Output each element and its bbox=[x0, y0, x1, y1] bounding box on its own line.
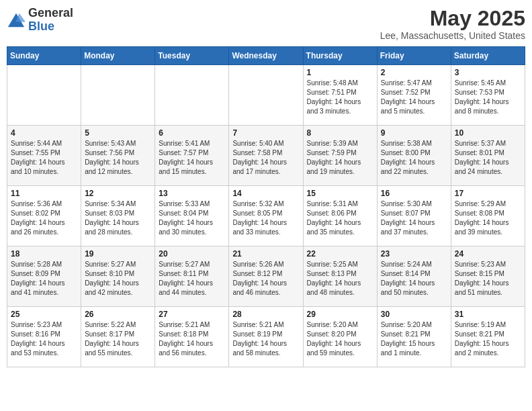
calendar-cell: 26Sunrise: 5:22 AMSunset: 8:17 PMDayligh… bbox=[81, 307, 155, 367]
cell-info: Sunrise: 5:24 AMSunset: 8:14 PMDaylight:… bbox=[381, 260, 447, 298]
calendar-cell: 21Sunrise: 5:26 AMSunset: 8:12 PMDayligh… bbox=[229, 246, 303, 307]
calendar-cell: 12Sunrise: 5:34 AMSunset: 8:03 PMDayligh… bbox=[81, 186, 155, 246]
cell-info: Sunrise: 5:33 AMSunset: 8:04 PMDaylight:… bbox=[159, 199, 225, 237]
day-header-sunday: Sunday bbox=[7, 47, 81, 65]
cell-info: Sunrise: 5:23 AMSunset: 8:16 PMDaylight:… bbox=[11, 320, 77, 358]
day-header-tuesday: Tuesday bbox=[155, 47, 229, 65]
calendar-cell: 23Sunrise: 5:24 AMSunset: 8:14 PMDayligh… bbox=[377, 246, 451, 307]
month-title: May 2025 bbox=[380, 7, 525, 30]
calendar-cell bbox=[7, 65, 81, 126]
cell-info: Sunrise: 5:44 AMSunset: 7:55 PMDaylight:… bbox=[11, 139, 77, 177]
cell-info: Sunrise: 5:23 AMSunset: 8:15 PMDaylight:… bbox=[455, 260, 521, 298]
cell-info: Sunrise: 5:28 AMSunset: 8:09 PMDaylight:… bbox=[11, 260, 77, 298]
calendar-cell: 4Sunrise: 5:44 AMSunset: 7:55 PMDaylight… bbox=[7, 126, 81, 186]
calendar-cell bbox=[155, 65, 229, 126]
logo-icon bbox=[7, 11, 26, 30]
calendar-cell: 11Sunrise: 5:36 AMSunset: 8:02 PMDayligh… bbox=[7, 186, 81, 246]
week-row-2: 4Sunrise: 5:44 AMSunset: 7:55 PMDaylight… bbox=[7, 126, 525, 186]
cell-info: Sunrise: 5:34 AMSunset: 8:03 PMDaylight:… bbox=[85, 199, 151, 237]
cell-day-number: 28 bbox=[232, 310, 299, 319]
cell-info: Sunrise: 5:47 AMSunset: 7:52 PMDaylight:… bbox=[381, 79, 447, 116]
day-header-monday: Monday bbox=[81, 47, 155, 65]
cell-day-number: 13 bbox=[159, 189, 225, 198]
calendar-cell: 10Sunrise: 5:37 AMSunset: 8:01 PMDayligh… bbox=[451, 126, 525, 186]
cell-info: Sunrise: 5:36 AMSunset: 8:02 PMDaylight:… bbox=[11, 199, 77, 237]
cell-info: Sunrise: 5:32 AMSunset: 8:05 PMDaylight:… bbox=[232, 199, 299, 237]
cell-info: Sunrise: 5:27 AMSunset: 8:11 PMDaylight:… bbox=[159, 260, 225, 298]
cell-day-number: 9 bbox=[381, 128, 447, 138]
cell-day-number: 25 bbox=[11, 310, 77, 319]
title-block: May 2025 Lee, Massachusetts, United Stat… bbox=[380, 7, 525, 41]
calendar-cell: 31Sunrise: 5:19 AMSunset: 8:21 PMDayligh… bbox=[451, 307, 525, 367]
week-row-5: 25Sunrise: 5:23 AMSunset: 8:16 PMDayligh… bbox=[7, 307, 525, 367]
cell-info: Sunrise: 5:31 AMSunset: 8:06 PMDaylight:… bbox=[307, 199, 373, 237]
cell-day-number: 5 bbox=[85, 128, 151, 138]
cell-day-number: 29 bbox=[307, 310, 373, 319]
week-row-4: 18Sunrise: 5:28 AMSunset: 8:09 PMDayligh… bbox=[7, 246, 525, 307]
calendar-cell: 20Sunrise: 5:27 AMSunset: 8:11 PMDayligh… bbox=[155, 246, 229, 307]
calendar-cell: 6Sunrise: 5:41 AMSunset: 7:57 PMDaylight… bbox=[155, 126, 229, 186]
cell-info: Sunrise: 5:27 AMSunset: 8:10 PMDaylight:… bbox=[85, 260, 151, 298]
cell-info: Sunrise: 5:25 AMSunset: 8:13 PMDaylight:… bbox=[307, 260, 373, 298]
cell-day-number: 4 bbox=[11, 128, 77, 138]
calendar-cell: 8Sunrise: 5:39 AMSunset: 7:59 PMDaylight… bbox=[303, 126, 377, 186]
calendar-cell: 3Sunrise: 5:45 AMSunset: 7:53 PMDaylight… bbox=[451, 65, 525, 126]
week-row-1: 1Sunrise: 5:48 AMSunset: 7:51 PMDaylight… bbox=[7, 65, 525, 126]
cell-info: Sunrise: 5:37 AMSunset: 8:01 PMDaylight:… bbox=[455, 139, 521, 177]
calendar-cell bbox=[81, 65, 155, 126]
calendar-cell: 16Sunrise: 5:30 AMSunset: 8:07 PMDayligh… bbox=[377, 186, 451, 246]
calendar-cell: 7Sunrise: 5:40 AMSunset: 7:58 PMDaylight… bbox=[229, 126, 303, 186]
calendar-cell: 27Sunrise: 5:21 AMSunset: 8:18 PMDayligh… bbox=[155, 307, 229, 367]
day-header-saturday: Saturday bbox=[451, 47, 525, 65]
calendar-cell: 18Sunrise: 5:28 AMSunset: 8:09 PMDayligh… bbox=[7, 246, 81, 307]
cell-day-number: 19 bbox=[85, 249, 151, 259]
cell-day-number: 15 bbox=[307, 189, 373, 198]
calendar-cell: 17Sunrise: 5:29 AMSunset: 8:08 PMDayligh… bbox=[451, 186, 525, 246]
calendar-cell: 22Sunrise: 5:25 AMSunset: 8:13 PMDayligh… bbox=[303, 246, 377, 307]
cell-day-number: 24 bbox=[455, 249, 521, 259]
cell-day-number: 22 bbox=[307, 249, 373, 259]
cell-day-number: 27 bbox=[159, 310, 225, 319]
calendar-cell: 29Sunrise: 5:20 AMSunset: 8:20 PMDayligh… bbox=[303, 307, 377, 367]
cell-info: Sunrise: 5:38 AMSunset: 8:00 PMDaylight:… bbox=[381, 139, 447, 177]
cell-day-number: 12 bbox=[85, 189, 151, 198]
cell-info: Sunrise: 5:40 AMSunset: 7:58 PMDaylight:… bbox=[232, 139, 299, 177]
calendar-cell: 19Sunrise: 5:27 AMSunset: 8:10 PMDayligh… bbox=[81, 246, 155, 307]
calendar-table: SundayMondayTuesdayWednesdayThursdayFrid… bbox=[7, 46, 525, 367]
page-header: General Blue May 2025 Lee, Massachusetts… bbox=[7, 7, 525, 41]
calendar-cell: 9Sunrise: 5:38 AMSunset: 8:00 PMDaylight… bbox=[377, 126, 451, 186]
cell-info: Sunrise: 5:43 AMSunset: 7:56 PMDaylight:… bbox=[85, 139, 151, 177]
cell-day-number: 11 bbox=[11, 189, 77, 198]
cell-day-number: 20 bbox=[159, 249, 225, 259]
calendar-cell: 14Sunrise: 5:32 AMSunset: 8:05 PMDayligh… bbox=[229, 186, 303, 246]
calendar-cell: 30Sunrise: 5:20 AMSunset: 8:21 PMDayligh… bbox=[377, 307, 451, 367]
cell-day-number: 6 bbox=[159, 128, 225, 138]
day-header-friday: Friday bbox=[377, 47, 451, 65]
cell-day-number: 17 bbox=[455, 189, 521, 198]
cell-info: Sunrise: 5:21 AMSunset: 8:19 PMDaylight:… bbox=[232, 320, 299, 358]
header-row: SundayMondayTuesdayWednesdayThursdayFrid… bbox=[7, 47, 525, 65]
calendar-cell: 24Sunrise: 5:23 AMSunset: 8:15 PMDayligh… bbox=[451, 246, 525, 307]
cell-day-number: 18 bbox=[11, 249, 77, 259]
calendar-cell: 5Sunrise: 5:43 AMSunset: 7:56 PMDaylight… bbox=[81, 126, 155, 186]
cell-info: Sunrise: 5:29 AMSunset: 8:08 PMDaylight:… bbox=[455, 199, 521, 237]
cell-day-number: 7 bbox=[232, 128, 299, 138]
cell-day-number: 23 bbox=[381, 249, 447, 259]
logo-general-text: General bbox=[28, 7, 73, 20]
calendar-cell: 15Sunrise: 5:31 AMSunset: 8:06 PMDayligh… bbox=[303, 186, 377, 246]
cell-day-number: 2 bbox=[381, 68, 447, 77]
calendar-cell: 1Sunrise: 5:48 AMSunset: 7:51 PMDaylight… bbox=[303, 65, 377, 126]
calendar-cell: 13Sunrise: 5:33 AMSunset: 8:04 PMDayligh… bbox=[155, 186, 229, 246]
calendar-cell: 2Sunrise: 5:47 AMSunset: 7:52 PMDaylight… bbox=[377, 65, 451, 126]
cell-day-number: 16 bbox=[381, 189, 447, 198]
cell-info: Sunrise: 5:41 AMSunset: 7:57 PMDaylight:… bbox=[159, 139, 225, 177]
cell-day-number: 30 bbox=[381, 310, 447, 319]
day-header-wednesday: Wednesday bbox=[229, 47, 303, 65]
cell-info: Sunrise: 5:22 AMSunset: 8:17 PMDaylight:… bbox=[85, 320, 151, 358]
cell-info: Sunrise: 5:45 AMSunset: 7:53 PMDaylight:… bbox=[455, 79, 521, 116]
cell-info: Sunrise: 5:20 AMSunset: 8:20 PMDaylight:… bbox=[307, 320, 373, 358]
cell-day-number: 31 bbox=[455, 310, 521, 319]
calendar-cell bbox=[229, 65, 303, 126]
calendar-cell: 25Sunrise: 5:23 AMSunset: 8:16 PMDayligh… bbox=[7, 307, 81, 367]
location-text: Lee, Massachusetts, United States bbox=[380, 30, 525, 41]
